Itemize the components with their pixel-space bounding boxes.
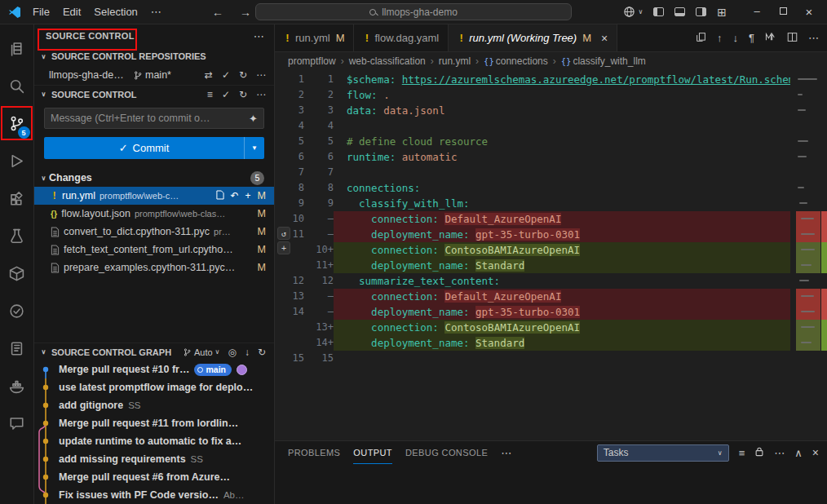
commit-row[interactable]: Fix issues with PF Code versio…Ab… xyxy=(34,486,274,504)
editor-tab-run-yml[interactable]: !run.ymlM xyxy=(275,24,354,51)
activity-testing-icon[interactable] xyxy=(0,217,34,254)
graph-auto-dropdown[interactable]: Auto ∨ xyxy=(183,347,220,357)
commit-row[interactable]: add missing requirementsSS xyxy=(34,450,274,468)
activity-run-debug-icon[interactable] xyxy=(0,142,34,179)
activity-notebook-icon[interactable] xyxy=(0,329,34,367)
change-item-run-yml[interactable]: !run.ymlpromptflow\web-c…↶+M xyxy=(34,187,274,205)
activity-explorer-icon[interactable] xyxy=(0,29,34,67)
stage-changes-icon[interactable]: + xyxy=(245,190,251,201)
commit-button[interactable]: ✓ Commit ▼ xyxy=(44,137,264,159)
panel-more-icon[interactable]: ⋯ xyxy=(501,447,511,459)
panel-tab-debug-console[interactable]: DEBUG CONSOLE xyxy=(405,441,488,464)
previous-change-icon[interactable]: ↑ xyxy=(717,32,723,44)
sync-icon[interactable]: ⇄ xyxy=(205,69,213,81)
change-item-prepare-examples-cpython-311-pyc[interactable]: prepare_examples.cpython-311.pyc…M xyxy=(34,259,274,276)
close-window-button[interactable]: × xyxy=(796,5,822,19)
git-status: M xyxy=(258,208,266,219)
commit-row[interactable]: add gitignoreSS xyxy=(34,396,274,414)
commit-row[interactable]: Merge pull request #6 from Azure… xyxy=(34,468,274,486)
more-actions-icon[interactable]: ⋯ xyxy=(256,69,266,81)
overview-ruler[interactable] xyxy=(821,72,827,440)
menu-file[interactable]: File xyxy=(26,6,56,18)
goto-current-commit-icon[interactable]: ◎ xyxy=(228,347,236,358)
editor-tab-run-yml-working-tree[interactable]: !run.yml (Working Tree)M× xyxy=(449,24,617,51)
open-file-icon[interactable] xyxy=(216,190,224,202)
discard-changes-icon[interactable]: ↶ xyxy=(231,190,239,201)
refresh-icon[interactable]: ↻ xyxy=(239,89,247,100)
command-center-search[interactable]: llmops-gha-demo xyxy=(255,3,572,20)
chevron-down-icon[interactable]: ∨ xyxy=(38,348,49,356)
repository-row[interactable]: llmops-gha-de… main* ⇄ ✓ ↻ ⋯ xyxy=(34,65,274,85)
word-wrap-icon[interactable] xyxy=(765,32,776,44)
maximize-button[interactable] xyxy=(770,5,796,19)
commit-check-icon[interactable]: ✓ xyxy=(222,69,230,81)
maximize-panel-icon[interactable]: ∧ xyxy=(794,447,803,459)
breadcrumb-item-run-yml[interactable]: run.yml xyxy=(439,55,471,67)
chevron-down-icon[interactable]: ∨ xyxy=(38,91,49,98)
more-actions-icon[interactable]: ⋯ xyxy=(256,89,266,100)
ruler-diff-add xyxy=(821,335,827,351)
breadcrumb-item-web-classification[interactable]: web-classification xyxy=(349,55,426,67)
commit-dropdown-button[interactable]: ▼ xyxy=(244,137,264,159)
change-item-flow-layout-json[interactable]: {}flow.layout.jsonpromptflow\web-clas…M xyxy=(34,205,274,223)
branch-label[interactable]: main* xyxy=(133,69,171,81)
commit-row[interactable]: Merge pull request #10 fr…main xyxy=(34,360,274,378)
change-item-convert-to-dict-cpython-311-pyc[interactable]: convert_to_dict.cpython-311.pycpr…M xyxy=(34,223,274,241)
stage-block-icon[interactable]: + xyxy=(277,241,290,254)
activity-search-icon[interactable] xyxy=(0,67,34,104)
menu-edit[interactable]: Edit xyxy=(56,6,87,18)
filter-icon[interactable]: ≡ xyxy=(739,447,745,459)
lock-icon[interactable] xyxy=(754,446,764,459)
chevron-down-icon[interactable]: ∨ xyxy=(38,175,49,182)
view-as-list-icon[interactable]: ≡ xyxy=(207,89,213,100)
commit-check-icon[interactable]: ✓ xyxy=(222,89,230,100)
customize-layout-icon[interactable]: ⊞ xyxy=(717,6,727,19)
commit-message-input[interactable] xyxy=(51,113,245,124)
activity-source-control-icon[interactable]: 5 xyxy=(0,104,34,142)
revert-block-icon[interactable]: ↺ xyxy=(277,227,290,240)
toggle-secondary-sidebar-icon[interactable] xyxy=(696,7,706,16)
activity-checks-icon[interactable] xyxy=(0,292,34,329)
activity-packages-icon[interactable] xyxy=(0,254,34,292)
remote-browser-icon[interactable]: ∨ xyxy=(623,6,643,18)
open-changes-icon[interactable] xyxy=(696,32,706,45)
toggle-panel-icon[interactable] xyxy=(674,7,685,16)
toggle-primary-sidebar-icon[interactable] xyxy=(653,7,664,16)
split-editor-icon[interactable] xyxy=(787,32,798,45)
refresh-icon[interactable]: ↻ xyxy=(258,347,266,358)
breadcrumb-item-classify-with-llm[interactable]: {}classify_with_llm xyxy=(561,55,646,67)
minimap[interactable] xyxy=(796,72,820,440)
panel-tab-problems[interactable]: PROBLEMS xyxy=(288,441,340,464)
minimize-button[interactable]: – xyxy=(744,5,770,19)
output-channel-select[interactable]: Tasks ∨ xyxy=(597,444,729,462)
more-actions-icon[interactable]: ⋯ xyxy=(254,30,264,42)
diff-editor[interactable]: 11$schema: https://azuremlschemas.azuree… xyxy=(275,70,827,440)
activity-extensions-icon[interactable] xyxy=(0,179,34,217)
pull-icon[interactable]: ↓ xyxy=(245,347,250,358)
refresh-icon[interactable]: ↻ xyxy=(239,69,247,81)
commit-row[interactable]: Merge pull request #11 from lordlin… xyxy=(34,414,274,432)
close-icon[interactable]: × xyxy=(601,32,608,45)
breadcrumb-item-connections[interactable]: {}connections xyxy=(484,55,548,67)
next-change-icon[interactable]: ↓ xyxy=(733,32,739,44)
more-actions-icon[interactable]: ⋯ xyxy=(808,32,819,44)
close-panel-icon[interactable]: × xyxy=(812,446,819,459)
breadcrumb-item-promptflow[interactable]: promptflow xyxy=(288,55,336,67)
more-actions-icon[interactable]: ⋯ xyxy=(774,447,785,459)
copilot-sparkle-icon[interactable]: ✦ xyxy=(249,113,258,125)
menu-more-icon[interactable]: ⋯ xyxy=(144,6,168,18)
editor-tab-flow-dag-yaml[interactable]: !flow.dag.yaml xyxy=(354,24,449,51)
forward-icon[interactable]: → xyxy=(240,6,251,19)
commit-row[interactable]: update runtime to automatic to fix a… xyxy=(34,432,274,450)
back-icon[interactable]: ← xyxy=(212,6,223,19)
whitespace-icon[interactable]: ¶ xyxy=(749,32,754,44)
commit-row[interactable]: use latest promptflow image for deplo… xyxy=(34,378,274,396)
branch-badge[interactable]: main xyxy=(194,364,232,376)
chevron-down-icon[interactable]: ∨ xyxy=(38,53,49,60)
menu-selection[interactable]: Selection xyxy=(87,6,144,18)
commit-graph-node xyxy=(34,450,59,468)
change-item-fetch-text-content-from-url-cpytho[interactable]: fetch_text_content_from_url.cpytho…M xyxy=(34,241,274,259)
activity-chat-icon[interactable] xyxy=(0,405,34,442)
panel-tab-output[interactable]: OUTPUT xyxy=(353,441,392,464)
activity-docker-icon[interactable] xyxy=(0,367,34,405)
